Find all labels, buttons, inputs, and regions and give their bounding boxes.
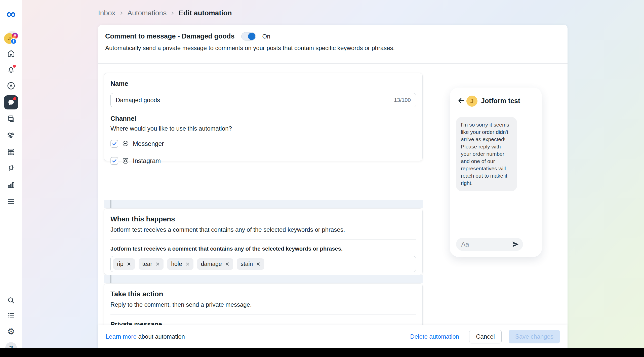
channel-option-messenger: Messenger bbox=[110, 138, 416, 149]
sidebar: ∞ J f bbox=[0, 0, 22, 357]
app-root: ∞ J f bbox=[0, 0, 644, 357]
remove-keyword-icon[interactable] bbox=[155, 262, 160, 266]
sidebar-item-home[interactable] bbox=[7, 49, 15, 57]
when-description: Jotform test receives a comment that con… bbox=[110, 226, 416, 233]
search-icon bbox=[7, 296, 15, 304]
remove-keyword-icon[interactable] bbox=[225, 262, 229, 266]
check-icon bbox=[112, 158, 117, 164]
connector-line bbox=[110, 275, 111, 283]
home-icon bbox=[7, 49, 15, 57]
section-connector-band bbox=[104, 275, 423, 283]
handshake-icon bbox=[7, 131, 15, 140]
preview-composer bbox=[456, 238, 523, 251]
channel-question: Where would you like to use this automat… bbox=[110, 125, 416, 132]
breadcrumb-automations[interactable]: Automations bbox=[128, 9, 167, 17]
when-title: When this happens bbox=[110, 215, 416, 223]
message-preview-panel: J Jotform test I'm so sorry it seems lik… bbox=[450, 88, 542, 257]
keyword-chip: rip bbox=[113, 258, 135, 270]
remove-keyword-icon[interactable] bbox=[185, 262, 190, 266]
automation-toggle[interactable] bbox=[241, 32, 256, 41]
breadcrumb-current: Edit automation bbox=[179, 9, 232, 17]
name-label: Name bbox=[110, 80, 416, 88]
chevron-right-icon bbox=[170, 11, 175, 16]
section-name-channel: Name 13/100 Channel Where would you like… bbox=[104, 73, 423, 161]
sidebar-item-inbox[interactable] bbox=[4, 95, 18, 109]
sidebar-item-settings[interactable]: ⚙ bbox=[7, 327, 15, 336]
keyword-chip: tear bbox=[139, 258, 164, 270]
action-description: Reply to the comment, then send a privat… bbox=[110, 301, 416, 308]
table-icon bbox=[7, 148, 15, 156]
boost-icon bbox=[7, 82, 15, 90]
toggle-state-label: On bbox=[262, 33, 270, 40]
sidebar-item-planner[interactable] bbox=[7, 148, 15, 156]
sidebar-item-commerce[interactable] bbox=[7, 131, 15, 140]
check-icon bbox=[112, 141, 117, 146]
preview-avatar: J bbox=[466, 96, 477, 107]
automation-title: Comment to message - Damaged goods bbox=[105, 32, 235, 40]
name-input[interactable] bbox=[116, 97, 390, 104]
automation-header: Comment to message - Damaged goods On Au… bbox=[98, 25, 568, 64]
save-changes-button[interactable]: Save changes bbox=[509, 330, 560, 343]
preview-message-bubble: I'm so sorry it seems like your order di… bbox=[456, 117, 517, 191]
connector-line bbox=[110, 200, 111, 208]
sidebar-item-boost[interactable] bbox=[7, 82, 15, 90]
gear-icon: ⚙ bbox=[7, 327, 15, 336]
footer-bar: Learn more about automation Delete autom… bbox=[98, 325, 568, 348]
learn-more-link[interactable]: Learn more bbox=[106, 333, 137, 340]
keyword-chip: hole bbox=[167, 258, 193, 270]
meta-logo: ∞ bbox=[6, 7, 16, 20]
bar-chart-icon bbox=[7, 181, 15, 189]
messenger-icon bbox=[122, 140, 129, 147]
messenger-label: Messenger bbox=[133, 140, 164, 147]
divider bbox=[110, 239, 416, 240]
content-icon bbox=[7, 115, 15, 123]
sidebar-item-notifications[interactable] bbox=[7, 66, 15, 74]
keywords-input[interactable]: rip tear hole damage stain bbox=[110, 256, 416, 272]
sidebar-item-insights[interactable] bbox=[7, 181, 15, 189]
keyword-chip: stain bbox=[237, 258, 264, 270]
breadcrumb: Inbox Automations Edit automation bbox=[98, 8, 232, 18]
channel-option-instagram: Instagram bbox=[110, 155, 416, 166]
business-avatar[interactable]: J f bbox=[4, 31, 18, 45]
name-counter: 13/100 bbox=[394, 97, 411, 103]
instagram-badge-icon bbox=[12, 33, 18, 38]
messenger-checkbox[interactable] bbox=[110, 140, 118, 148]
list-icon bbox=[7, 311, 15, 319]
instagram-label: Instagram bbox=[133, 157, 161, 165]
composer-input[interactable] bbox=[461, 241, 512, 248]
sidebar-item-ads[interactable] bbox=[7, 164, 15, 173]
name-input-wrap: 13/100 bbox=[110, 93, 416, 107]
action-title: Take this action bbox=[110, 290, 416, 298]
preview-page-name: Jotform test bbox=[481, 97, 520, 105]
preview-header: J Jotform test bbox=[450, 95, 542, 107]
inbox-notification-dot bbox=[13, 97, 16, 100]
instagram-checkbox[interactable] bbox=[110, 157, 118, 165]
megaphone-icon bbox=[7, 164, 15, 173]
cancel-button[interactable]: Cancel bbox=[469, 330, 502, 343]
bottom-black-strip bbox=[0, 348, 644, 357]
menu-icon bbox=[7, 197, 15, 206]
sidebar-item-content[interactable] bbox=[7, 115, 15, 123]
section-connector-band bbox=[104, 200, 423, 208]
sidebar-item-tasks[interactable] bbox=[7, 311, 15, 319]
send-icon[interactable] bbox=[512, 241, 519, 248]
back-arrow-icon[interactable] bbox=[457, 97, 465, 106]
channel-label: Channel bbox=[110, 115, 416, 123]
instagram-icon bbox=[122, 157, 129, 164]
breadcrumb-inbox[interactable]: Inbox bbox=[98, 9, 115, 17]
notification-dot bbox=[13, 65, 16, 68]
automation-description: Automatically send a private message to … bbox=[105, 45, 560, 52]
remove-keyword-icon[interactable] bbox=[256, 262, 260, 266]
remove-keyword-icon[interactable] bbox=[127, 262, 131, 266]
sidebar-item-all-tools[interactable] bbox=[7, 197, 15, 206]
sidebar-item-search[interactable] bbox=[7, 296, 15, 304]
delete-automation-link[interactable]: Delete automation bbox=[410, 333, 459, 340]
learn-more-text: Learn more about automation bbox=[106, 333, 185, 340]
section-when: When this happens Jotform test receives … bbox=[104, 208, 423, 275]
keyword-chip: damage bbox=[197, 258, 233, 270]
keywords-label: Jotform test receives a comment that con… bbox=[110, 246, 416, 252]
chevron-right-icon bbox=[119, 11, 124, 16]
facebook-badge-icon: f bbox=[11, 38, 17, 44]
divider bbox=[110, 314, 416, 314]
